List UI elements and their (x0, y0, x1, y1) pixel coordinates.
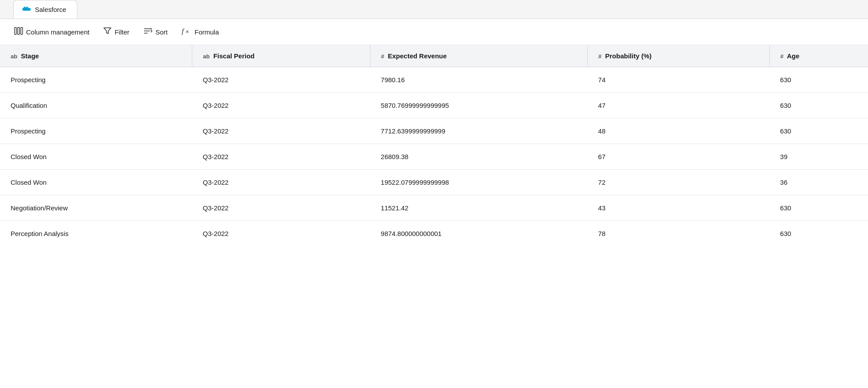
table-row: Closed WonQ3-202226809.386739 (0, 144, 868, 170)
stage-type-badge: ab (11, 53, 17, 60)
filter-button[interactable]: Filter (103, 27, 129, 36)
sort-icon (144, 27, 152, 36)
cell-6-4: 630 (769, 221, 868, 247)
cell-0-4: 630 (769, 67, 868, 93)
svg-rect-2 (21, 27, 23, 34)
column-management-label: Column management (26, 28, 89, 36)
column-header-expected-revenue[interactable]: # Expected Revenue (370, 45, 588, 67)
cell-5-0: Negotiation/Review (0, 195, 192, 221)
column-header-age[interactable]: # Age (769, 45, 868, 67)
cell-6-0: Perception Analysis (0, 221, 192, 247)
cell-1-4: 630 (769, 93, 868, 118)
cell-4-1: Q3-2022 (192, 170, 370, 195)
cell-0-2: 7980.16 (370, 67, 588, 93)
formula-button[interactable]: f × Formula (182, 27, 219, 37)
formula-icon: f × (182, 27, 191, 37)
salesforce-logo-icon (21, 6, 31, 13)
cell-0-3: 74 (587, 67, 769, 93)
cell-2-1: Q3-2022 (192, 118, 370, 144)
stage-column-label: Stage (21, 52, 39, 60)
cell-2-4: 630 (769, 118, 868, 144)
cell-1-3: 47 (587, 93, 769, 118)
column-management-button[interactable]: Column management (14, 27, 89, 37)
cell-2-3: 48 (587, 118, 769, 144)
filter-label: Filter (114, 28, 129, 36)
cell-4-4: 36 (769, 170, 868, 195)
cell-3-1: Q3-2022 (192, 144, 370, 170)
cell-2-0: Prospecting (0, 118, 192, 144)
expected-revenue-column-label: Expected Revenue (388, 52, 446, 60)
formula-label: Formula (194, 28, 219, 36)
sort-label: Sort (156, 28, 168, 36)
svg-text:×: × (186, 28, 189, 35)
table-row: Closed WonQ3-202219522.07999999999987236 (0, 170, 868, 195)
tab-label: Salesforce (35, 6, 66, 13)
cell-5-3: 43 (587, 195, 769, 221)
data-table-container: ab Stage ab Fiscal Period # Expected Rev… (0, 45, 868, 246)
age-type-badge: # (780, 53, 784, 60)
filter-icon (103, 27, 111, 36)
table-row: Perception AnalysisQ3-20229874.800000000… (0, 221, 868, 247)
salesforce-tab[interactable]: Salesforce (13, 0, 77, 19)
column-icon (14, 27, 23, 37)
table-header-row: ab Stage ab Fiscal Period # Expected Rev… (0, 45, 868, 67)
data-table: ab Stage ab Fiscal Period # Expected Rev… (0, 45, 868, 246)
cell-4-0: Closed Won (0, 170, 192, 195)
cell-3-3: 67 (587, 144, 769, 170)
probability-type-badge: # (598, 53, 602, 60)
table-row: QualificationQ3-20225870.769999999999954… (0, 93, 868, 118)
cell-0-0: Prospecting (0, 67, 192, 93)
column-header-probability[interactable]: # Probability (%) (587, 45, 769, 67)
expected-revenue-type-badge: # (381, 53, 384, 60)
fiscal-period-type-badge: ab (203, 53, 209, 60)
svg-text:f: f (182, 27, 185, 35)
table-row: ProspectingQ3-20227980.1674630 (0, 67, 868, 93)
cell-0-1: Q3-2022 (192, 67, 370, 93)
tab-bar: Salesforce (0, 0, 868, 19)
cell-1-0: Qualification (0, 93, 192, 118)
column-header-fiscal-period[interactable]: ab Fiscal Period (192, 45, 370, 67)
cell-6-1: Q3-2022 (192, 221, 370, 247)
svg-rect-1 (18, 27, 19, 34)
cell-2-2: 7712.6399999999999 (370, 118, 588, 144)
age-column-label: Age (787, 52, 799, 60)
table-row: ProspectingQ3-20227712.63999999999994863… (0, 118, 868, 144)
cell-6-3: 78 (587, 221, 769, 247)
cell-1-2: 5870.76999999999995 (370, 93, 588, 118)
column-header-stage[interactable]: ab Stage (0, 45, 192, 67)
cell-5-4: 630 (769, 195, 868, 221)
cell-3-2: 26809.38 (370, 144, 588, 170)
svg-rect-0 (15, 27, 16, 34)
cell-6-2: 9874.800000000001 (370, 221, 588, 247)
cell-5-1: Q3-2022 (192, 195, 370, 221)
probability-column-label: Probability (%) (605, 52, 651, 60)
table-row: Negotiation/ReviewQ3-202211521.4243630 (0, 195, 868, 221)
cell-1-1: Q3-2022 (192, 93, 370, 118)
sort-button[interactable]: Sort (144, 27, 168, 36)
cell-5-2: 11521.42 (370, 195, 588, 221)
fiscal-period-column-label: Fiscal Period (213, 52, 255, 60)
cell-4-3: 72 (587, 170, 769, 195)
cell-3-0: Closed Won (0, 144, 192, 170)
cell-3-4: 39 (769, 144, 868, 170)
cell-4-2: 19522.0799999999998 (370, 170, 588, 195)
toolbar: Column management Filter Sort f × (0, 19, 868, 45)
